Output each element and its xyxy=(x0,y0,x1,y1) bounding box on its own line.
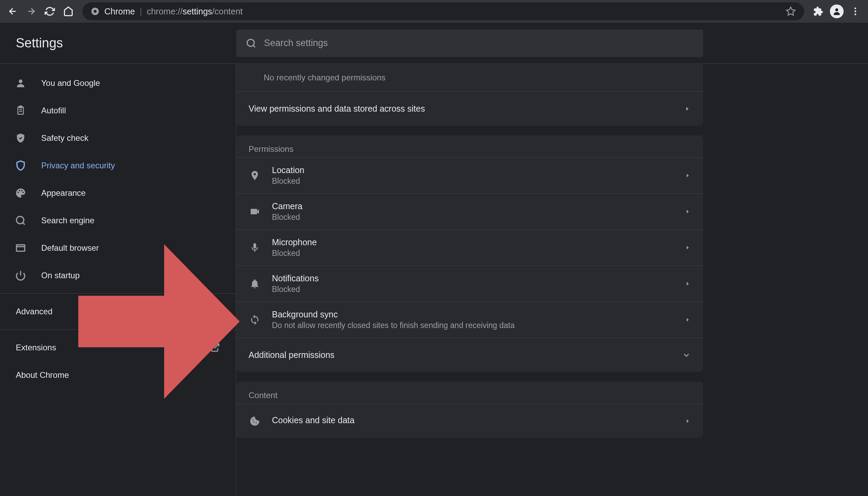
permission-background-sync[interactable]: Background sync Do not allow recently cl… xyxy=(236,302,703,338)
chevron-right-icon xyxy=(685,208,691,215)
sidebar-item-autofill[interactable]: Autofill xyxy=(0,97,236,124)
permission-notifications[interactable]: Notifications Blocked xyxy=(236,266,703,302)
palette-icon xyxy=(14,187,27,199)
camera-icon xyxy=(249,205,261,218)
permission-title: Background sync xyxy=(272,309,674,319)
sidebar-item-search-engine[interactable]: Search engine xyxy=(0,207,236,234)
permission-title: Location xyxy=(272,165,674,175)
mic-icon xyxy=(249,241,261,254)
svg-point-5 xyxy=(855,11,856,12)
chevron-down-icon xyxy=(682,351,691,360)
chevron-right-icon xyxy=(685,317,691,323)
about-label: About Chrome xyxy=(16,370,69,380)
svg-line-15 xyxy=(23,223,25,225)
profile-button[interactable] xyxy=(829,3,845,19)
sidebar-about-chrome[interactable]: About Chrome xyxy=(0,361,236,389)
browser-toolbar: Chrome | chrome://settings/content xyxy=(0,0,868,23)
chevron-right-icon xyxy=(685,172,691,179)
external-link-icon xyxy=(210,343,220,352)
sidebar-item-appearance[interactable]: Appearance xyxy=(0,179,236,207)
permission-microphone[interactable]: Microphone Blocked xyxy=(236,229,703,266)
svg-point-9 xyxy=(19,79,23,83)
location-icon xyxy=(249,169,261,182)
home-button[interactable] xyxy=(60,3,76,19)
forward-button[interactable] xyxy=(23,3,39,19)
puzzle-icon xyxy=(813,6,823,16)
content-heading: Content xyxy=(236,382,703,404)
dots-vertical-icon xyxy=(850,6,860,16)
recent-empty-text: No recently changed permissions xyxy=(236,64,703,91)
advanced-label: Advanced xyxy=(16,307,53,316)
home-icon xyxy=(63,6,73,16)
permission-sub: Blocked xyxy=(272,177,674,186)
arrow-left-icon xyxy=(8,6,18,16)
svg-point-7 xyxy=(247,39,254,46)
content-cookies[interactable]: Cookies and site data xyxy=(236,404,703,438)
avatar-icon xyxy=(830,4,844,18)
address-bar[interactable]: Chrome | chrome://settings/content xyxy=(82,2,804,20)
permission-camera[interactable]: Camera Blocked xyxy=(236,193,703,229)
content-section: Content Cookies and site data xyxy=(236,382,703,438)
sidebar: You and Google Autofill Safety check Pri… xyxy=(0,64,236,496)
menu-button[interactable] xyxy=(847,3,863,19)
reload-icon xyxy=(45,6,55,16)
star-icon xyxy=(786,6,796,16)
bookmark-button[interactable] xyxy=(786,6,796,16)
recent-activity-section: No recently changed permissions View per… xyxy=(236,64,703,126)
svg-point-3 xyxy=(835,8,838,11)
sidebar-item-label: Safety check xyxy=(41,133,88,143)
back-button[interactable] xyxy=(5,3,21,19)
sidebar-item-label: Appearance xyxy=(41,188,85,198)
sidebar-extensions[interactable]: Extensions xyxy=(0,334,236,361)
permission-title: Camera xyxy=(272,201,674,211)
sidebar-item-on-startup[interactable]: On startup xyxy=(0,262,236,289)
sidebar-item-label: Search engine xyxy=(41,216,94,225)
svg-rect-11 xyxy=(19,106,22,108)
chevron-right-icon xyxy=(685,418,691,424)
sidebar-item-safety-check[interactable]: Safety check xyxy=(0,124,236,152)
permission-sub: Blocked xyxy=(272,213,674,222)
shield-check-icon xyxy=(14,132,27,144)
permission-location[interactable]: Location Blocked xyxy=(236,157,703,193)
view-permissions-row[interactable]: View permissions and data stored across … xyxy=(236,91,703,126)
extensions-button[interactable] xyxy=(810,3,826,19)
additional-permissions-label: Additional permissions xyxy=(249,350,334,360)
extensions-label: Extensions xyxy=(16,343,56,352)
svg-marker-2 xyxy=(787,7,795,15)
chevron-right-icon xyxy=(685,245,691,251)
search-icon xyxy=(14,214,27,227)
person-icon xyxy=(14,77,27,89)
browser-icon xyxy=(14,242,27,254)
settings-search[interactable] xyxy=(236,30,703,57)
chevron-right-icon xyxy=(685,281,691,287)
permission-sub: Blocked xyxy=(272,285,674,294)
search-input[interactable] xyxy=(264,38,694,48)
sidebar-item-you-and-google[interactable]: You and Google xyxy=(0,69,236,97)
app-header: Settings xyxy=(0,23,868,64)
url-display: chrome://settings/content xyxy=(147,7,242,16)
additional-permissions-row[interactable]: Additional permissions xyxy=(236,338,703,372)
chrome-icon xyxy=(91,7,100,16)
sidebar-advanced[interactable]: Advanced xyxy=(0,298,236,325)
page-title: Settings xyxy=(0,36,236,50)
permission-title: Microphone xyxy=(272,237,674,247)
svg-rect-16 xyxy=(16,245,25,251)
view-permissions-label: View permissions and data stored across … xyxy=(249,104,425,114)
search-icon xyxy=(246,38,256,49)
sync-icon xyxy=(249,314,261,326)
permissions-heading: Permissions xyxy=(236,135,703,157)
sidebar-item-label: Privacy and security xyxy=(41,161,115,170)
content-item-title: Cookies and site data xyxy=(272,415,674,425)
svg-point-4 xyxy=(855,8,856,9)
sidebar-item-default-browser[interactable]: Default browser xyxy=(0,234,236,262)
reload-button[interactable] xyxy=(42,3,58,19)
clipboard-icon xyxy=(14,104,27,117)
bell-icon xyxy=(249,278,261,290)
permission-sub: Blocked xyxy=(272,249,674,258)
arrow-right-icon xyxy=(26,6,36,16)
permission-title: Notifications xyxy=(272,273,674,283)
permission-sub: Do not allow recently closed sites to fi… xyxy=(272,321,674,330)
sidebar-item-privacy-security[interactable]: Privacy and security xyxy=(0,152,236,179)
browser-label: Chrome xyxy=(104,7,135,16)
chevron-right-icon xyxy=(684,105,691,112)
